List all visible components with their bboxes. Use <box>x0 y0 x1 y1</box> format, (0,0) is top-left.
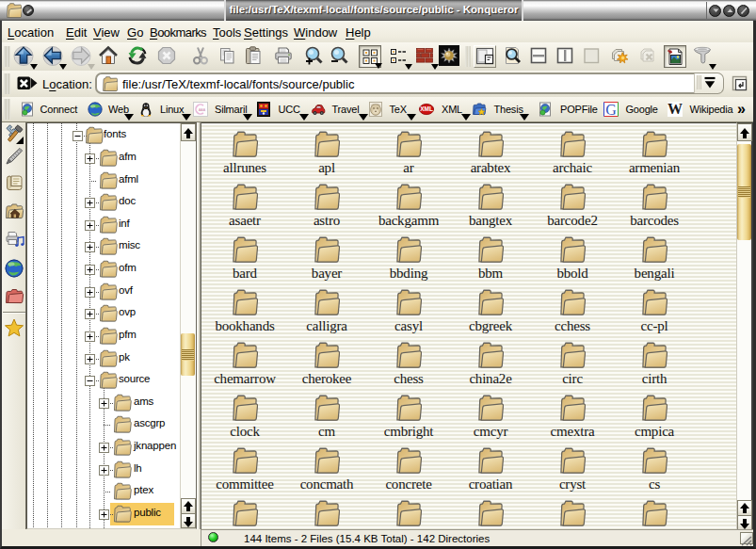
svg-text:XML: XML <box>420 105 433 112</box>
svg-text:W: W <box>668 102 683 117</box>
svg-text:G: G <box>605 102 617 117</box>
svg-text:AAA: AAA <box>199 108 206 112</box>
